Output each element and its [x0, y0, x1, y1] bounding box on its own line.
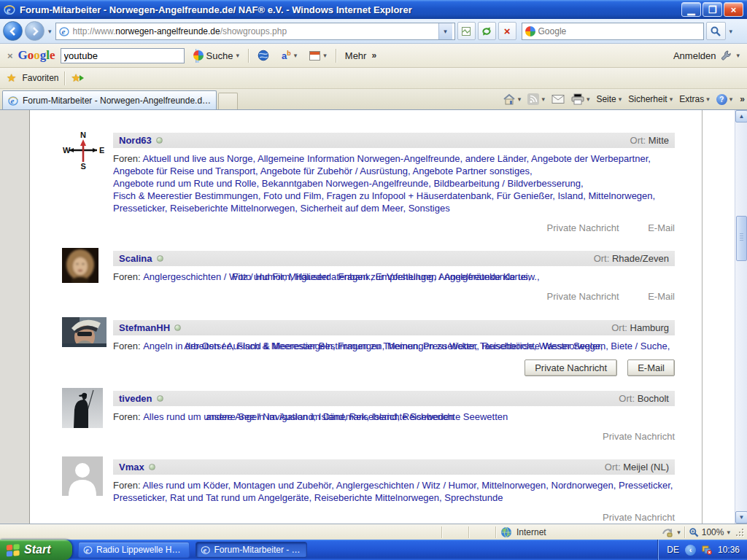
zoom-dropdown[interactable]: ▾: [727, 529, 730, 536]
command-overflow-chevron[interactable]: »: [738, 94, 745, 104]
search-options-dropdown[interactable]: ▾: [728, 28, 735, 35]
vertical-scrollbar[interactable]: ▲ ▼: [735, 110, 747, 524]
foren-links[interactable]: Fisch & Meerestier Bestimmungen, Foto un…: [113, 190, 675, 202]
toolbar-search-box[interactable]: ▾: [61, 48, 185, 63]
google-earth-button[interactable]: [254, 47, 273, 63]
compatibility-view-button[interactable]: [457, 22, 476, 40]
read-mail-button[interactable]: [550, 93, 566, 106]
close-button[interactable]: ×: [724, 2, 743, 17]
suche-dropdown-icon[interactable]: ▾: [236, 52, 239, 59]
minimize-button[interactable]: ▁: [681, 2, 701, 17]
member-location: Ort: Rhade/Zeven: [594, 253, 669, 264]
foren-links[interactable]: andere See / Navigation im Dänemark, Isl…: [206, 411, 508, 423]
private-message-link[interactable]: Private Nachricht: [603, 512, 675, 523]
search-input[interactable]: [538, 26, 700, 36]
ie-task-icon: e: [83, 545, 93, 555]
avatar[interactable]: [62, 317, 113, 376]
email-button[interactable]: E-Mail: [627, 359, 675, 376]
feeds-button[interactable]: ▾: [526, 93, 546, 106]
member-name[interactable]: tiveden: [119, 393, 152, 404]
private-message-button[interactable]: Private Nachricht: [525, 359, 617, 376]
scroll-up-button[interactable]: ▲: [735, 110, 747, 122]
print-button[interactable]: ▾: [570, 93, 592, 106]
private-message-link[interactable]: Private Nachricht: [547, 291, 619, 302]
back-button[interactable]: [3, 21, 23, 41]
restore-button[interactable]: ❐: [703, 2, 722, 17]
suche-button[interactable]: Suche ▾: [190, 48, 243, 63]
print-dropdown-icon[interactable]: ▾: [587, 96, 590, 103]
foren-links[interactable]: Arbeiten / Ausland & Meeresangeln, Frage…: [184, 340, 603, 352]
foren-links[interactable]: Presseticker, Rat und Tat rund um Angelg…: [113, 491, 675, 504]
member-row: tiveden Ort: Bocholt Foren: Alles rund u…: [62, 388, 675, 442]
translate-dropdown-icon[interactable]: ▾: [294, 52, 298, 59]
new-tab-stub[interactable]: [218, 93, 238, 109]
address-bar[interactable]: e http://www.norwegen-angelfreunde.de/sh…: [55, 23, 455, 40]
extras-menu[interactable]: Extras▾: [678, 93, 711, 105]
scrollbar-thumb[interactable]: [736, 216, 747, 261]
svg-text:E: E: [99, 146, 104, 155]
toolbar-search-input[interactable]: [61, 50, 196, 61]
foren-links[interactable]: Alles rund um Köder, Montagen und Zubehö…: [142, 480, 673, 491]
foren-links[interactable]: Presseticker, Reiseberichte Mittelnorweg…: [113, 202, 675, 214]
foren-links[interactable]: Aktuell und live aus Norge, Allgemeine I…: [142, 153, 650, 164]
hide-icons-chevron[interactable]: ‹: [685, 545, 696, 556]
seite-dropdown-icon: ▾: [619, 96, 622, 103]
home-button[interactable]: ▾: [501, 93, 523, 106]
foren-links[interactable]: Angebote rund um Rute und Rolle, Bekannt…: [113, 177, 675, 190]
member-name[interactable]: Scalina: [119, 253, 152, 264]
private-message-link[interactable]: Private Nachricht: [603, 431, 675, 442]
avatar[interactable]: [62, 456, 113, 523]
anmelden-link[interactable]: Anmelden: [673, 50, 716, 61]
recent-pages-dropdown[interactable]: ▾: [47, 28, 53, 35]
popup-dropdown-icon[interactable]: ▾: [323, 52, 327, 59]
email-link[interactable]: E-Mail: [648, 291, 675, 302]
translate-button[interactable]: ab ▾: [278, 47, 301, 63]
add-favorite-button[interactable]: ★: [71, 71, 83, 85]
toolbar-close-icon[interactable]: ×: [7, 50, 13, 61]
settings-dropdown-icon[interactable]: ▾: [736, 52, 740, 59]
taskbar-task-radio[interactable]: e Radio Lippewelle Ham...: [78, 542, 190, 558]
member-name[interactable]: Nord63: [119, 135, 152, 146]
mehr-button[interactable]: Mehr »: [341, 48, 380, 63]
email-link[interactable]: E-Mail: [648, 222, 675, 233]
protected-mode-dropdown[interactable]: ▾: [677, 529, 681, 536]
seite-menu[interactable]: Seite▾: [595, 93, 623, 105]
language-indicator[interactable]: DE: [667, 545, 679, 555]
command-bar: ▾ ▾ ▾ Seite▾ Sicherheit▾ Extras▾ ?▾ »: [501, 93, 745, 109]
avatar[interactable]: [62, 248, 113, 302]
scroll-down-button[interactable]: ▼: [735, 511, 747, 524]
search-button[interactable]: [706, 22, 726, 40]
stop-button[interactable]: ×: [498, 22, 516, 40]
zoom-control[interactable]: 100% ▾: [689, 527, 730, 537]
taskbar-task-forum[interactable]: e Forum-Mitarbeiter - N...: [196, 542, 307, 558]
member-location: Ort: Mitte: [630, 135, 669, 146]
feeds-dropdown-icon[interactable]: ▾: [541, 96, 545, 103]
tray-alert-icon[interactable]: [702, 545, 712, 555]
placeholder-avatar: [62, 456, 103, 496]
member-name[interactable]: StefmanHH: [119, 322, 170, 333]
favorites-button[interactable]: Favoriten: [22, 73, 58, 83]
home-dropdown-icon[interactable]: ▾: [518, 96, 522, 103]
search-box[interactable]: [522, 23, 704, 40]
address-dropdown[interactable]: ▾: [438, 23, 452, 39]
svg-text:e: e: [61, 27, 65, 36]
tab-title: Forum-Mitarbeiter - Norwegen-Angelfreund…: [23, 96, 212, 106]
member-name[interactable]: Vmax: [119, 462, 144, 472]
popup-blocker-button[interactable]: ▾: [306, 49, 330, 63]
forward-button[interactable]: [25, 21, 44, 41]
foren-links[interactable]: Angebote für Reise und Transport, Angebo…: [113, 165, 675, 177]
windows-desktop: e Forum-Mitarbeiter - Norwegen-Angelfreu…: [0, 0, 747, 560]
private-message-link[interactable]: Private Nachricht: [547, 222, 619, 233]
foren-links[interactable]: Foto und Film, Häuserdatenbank, Empfehlu…: [232, 271, 530, 283]
refresh-button[interactable]: [478, 22, 496, 40]
sicherheit-menu[interactable]: Sicherheit▾: [627, 93, 674, 105]
help-button[interactable]: ?▾: [715, 93, 735, 106]
avatar[interactable]: NSWE: [62, 130, 113, 233]
start-button[interactable]: Start: [0, 540, 72, 560]
resize-grip[interactable]: [735, 528, 744, 537]
avatar[interactable]: [62, 388, 113, 442]
taskbar-clock[interactable]: 10:36: [718, 545, 740, 555]
tab-active[interactable]: e Forum-Mitarbeiter - Norwegen-Angelfreu…: [2, 90, 217, 109]
wrench-icon[interactable]: [720, 50, 732, 61]
member-row: StefmanHH Ort: Hamburg Foren: Angeln in …: [62, 317, 675, 376]
